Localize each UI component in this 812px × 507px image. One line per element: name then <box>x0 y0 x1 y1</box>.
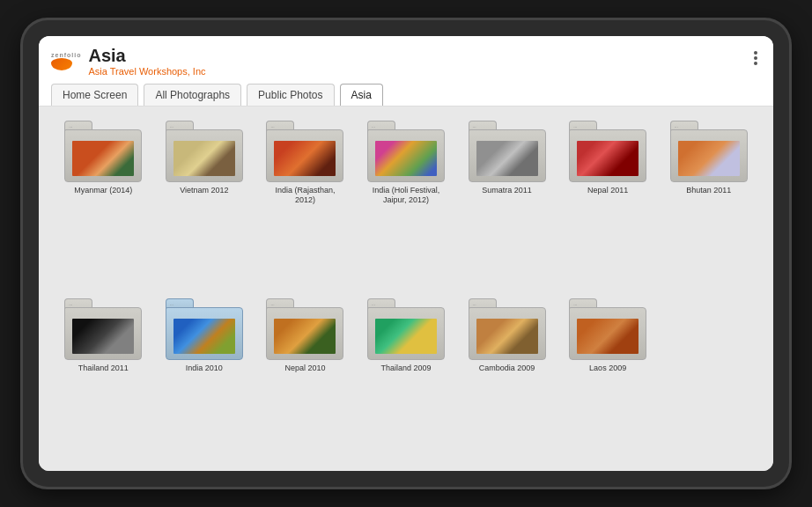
folder-india-holi[interactable]: ... India (Holi Festival, Jaipur, 2012) <box>359 121 454 290</box>
folder-bhutan[interactable]: ... Bhutan 2011 <box>661 121 756 290</box>
folder-photo-india-raj <box>274 141 336 176</box>
folder-body-myanmar <box>64 129 142 182</box>
folder-name-thailand: Thailand 2011 <box>78 364 129 373</box>
folder-icon-thailand09: ... <box>367 298 445 360</box>
folder-icon-cambodia: ... <box>469 298 546 360</box>
folder-body-nepal <box>569 129 646 182</box>
subtitle: Asia Travel Workshops, Inc <box>88 66 205 77</box>
more-dot-3 <box>754 62 757 65</box>
folder-photo-thailand <box>72 319 134 354</box>
tab-all-photographs[interactable]: All Photographs <box>144 84 241 106</box>
folder-icon-thailand: ... <box>64 298 142 360</box>
folder-photo-myanmar <box>72 141 134 176</box>
folder-icon-nepal2010: ... <box>266 298 343 360</box>
folder-icon-india-raj: ... <box>266 121 343 182</box>
folder-laos[interactable]: ... Laos 2009 <box>561 298 655 459</box>
folder-cambodia[interactable]: ... Cambodia 2009 <box>460 298 554 459</box>
folder-grid: ... Myanmar (2014) ... Vietnam 2012 <box>39 107 773 471</box>
folder-photo-sumatra <box>476 141 538 176</box>
folder-body-nepal2010 <box>266 307 343 360</box>
folder-photo-nepal2010 <box>274 319 336 354</box>
tab-asia[interactable]: Asia <box>340 84 383 106</box>
more-dot-2 <box>754 56 757 60</box>
title-block: Asia Asia Travel Workshops, Inc <box>88 45 205 77</box>
device-frame: zenfolio Asia Asia Travel Workshops, Inc… <box>23 20 789 487</box>
zenfolio-text: zenfolio <box>51 52 81 58</box>
folder-body-vietnam <box>166 129 243 182</box>
folder-name-nepal: Nepal 2011 <box>587 186 628 195</box>
folder-icon-bhutan: ... <box>670 121 748 182</box>
folder-name-india-holi: India (Holi Festival, Jaipur, 2012) <box>367 186 445 205</box>
folder-name-india-raj: India (Rajasthan, 2012) <box>266 186 343 205</box>
folder-body-thailand <box>64 307 142 360</box>
folder-body-india2010 <box>166 307 243 360</box>
folder-body-india-holi <box>367 129 445 182</box>
more-button[interactable] <box>750 45 761 71</box>
header-top: zenfolio Asia Asia Travel Workshops, Inc <box>51 45 761 77</box>
folder-nepal[interactable]: ... Nepal 2011 <box>561 121 655 290</box>
nav-tabs: Home Screen All Photographs Public Photo… <box>51 84 761 106</box>
more-dot-1 <box>754 51 757 55</box>
folder-icon-india-holi: ... <box>367 121 445 182</box>
zenfolio-icon <box>51 58 72 70</box>
folder-photo-bhutan <box>678 141 740 176</box>
folder-photo-vietnam <box>173 141 235 176</box>
folder-icon-nepal: ... <box>569 121 646 182</box>
folder-name-nepal2010: Nepal 2010 <box>284 364 325 373</box>
page-title: Asia <box>88 45 205 66</box>
folder-myanmar[interactable]: ... Myanmar (2014) <box>56 121 151 290</box>
screen: zenfolio Asia Asia Travel Workshops, Inc… <box>39 36 773 471</box>
folder-photo-thailand09 <box>375 319 437 354</box>
folder-vietnam[interactable]: ... Vietnam 2012 <box>158 121 252 290</box>
folder-body-thailand09 <box>367 307 445 360</box>
folder-icon-india2010: ... <box>166 298 243 360</box>
folder-nepal2010[interactable]: ... Nepal 2010 <box>258 298 352 459</box>
header: zenfolio Asia Asia Travel Workshops, Inc… <box>39 36 773 107</box>
folder-body-bhutan <box>670 129 748 182</box>
folder-name-vietnam: Vietnam 2012 <box>180 186 228 195</box>
folder-body-cambodia <box>469 307 546 360</box>
tab-home[interactable]: Home Screen <box>51 84 138 106</box>
folder-sumatra[interactable]: ... Sumatra 2011 <box>460 121 554 290</box>
folder-name-bhutan: Bhutan 2011 <box>686 186 731 195</box>
folder-icon-myanmar: ... <box>64 121 142 182</box>
folder-name-myanmar: Myanmar (2014) <box>74 186 132 195</box>
folder-icon-sumatra: ... <box>469 121 546 182</box>
folder-body-sumatra <box>469 129 546 182</box>
folder-name-thailand09: Thailand 2009 <box>380 364 431 373</box>
folder-name-india2010: India 2010 <box>186 364 223 373</box>
folder-name-sumatra: Sumatra 2011 <box>482 186 532 195</box>
folder-photo-nepal <box>577 141 639 176</box>
folder-india-raj[interactable]: ... India (Rajasthan, 2012) <box>258 121 352 290</box>
zenfolio-logo: zenfolio <box>51 52 81 70</box>
tab-public-photos[interactable]: Public Photos <box>247 84 334 106</box>
folder-thailand09[interactable]: ... Thailand 2009 <box>359 298 454 459</box>
folder-icon-vietnam: ... <box>166 121 243 182</box>
folder-icon-laos: ... <box>569 298 646 360</box>
folder-photo-laos <box>577 319 639 354</box>
folder-thailand[interactable]: ... Thailand 2011 <box>56 298 151 459</box>
folder-photo-india2010 <box>173 319 235 354</box>
folder-name-laos: Laos 2009 <box>589 364 626 373</box>
folder-body-laos <box>569 307 646 360</box>
folder-india2010[interactable]: ... India 2010 <box>158 298 252 459</box>
folder-photo-india-holi <box>375 141 437 176</box>
folder-photo-cambodia <box>476 319 538 354</box>
folder-name-cambodia: Cambodia 2009 <box>479 364 535 373</box>
header-left: zenfolio Asia Asia Travel Workshops, Inc <box>51 45 206 77</box>
folder-body-india-raj <box>266 129 343 182</box>
